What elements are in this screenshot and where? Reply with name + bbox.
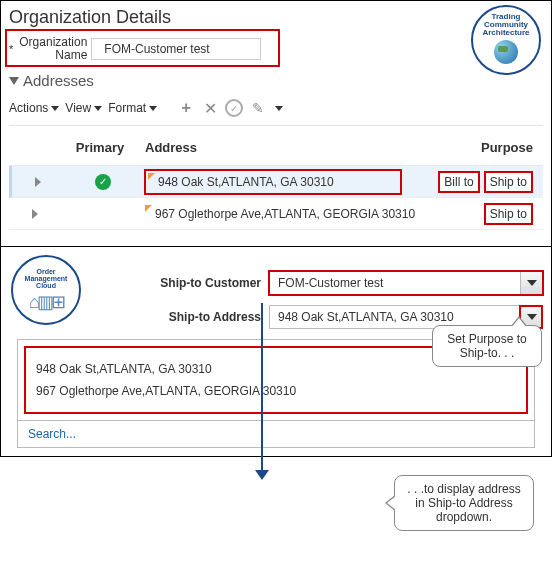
- table-row[interactable]: ✓ 948 Oak St,ATLANTA, GA 30310 Bill to S…: [9, 166, 543, 198]
- actions-menu[interactable]: Actions: [9, 101, 59, 115]
- trading-community-architecture-badge: Trading Community Architecture: [471, 5, 541, 75]
- page-title: Organization Details: [9, 7, 543, 28]
- table-row[interactable]: 967 Oglethorpe Ave,ATLANTA, GEORGIA 3031…: [9, 198, 543, 230]
- edit-icon[interactable]: [249, 99, 267, 117]
- addresses-toolbar: Actions View Format: [9, 95, 543, 126]
- shipto-customer-label: Ship-to Customer: [149, 276, 269, 290]
- add-icon[interactable]: [177, 99, 195, 117]
- organization-name-label: Organization Name: [19, 36, 87, 62]
- caret-down-icon[interactable]: [275, 106, 283, 111]
- edit-flag-icon: [148, 173, 155, 180]
- addresses-table: Primary Address Purpose ✓ 948 Oak St,ATL…: [9, 126, 543, 238]
- buildings-icon: ⌂▥⊞: [29, 291, 63, 313]
- edit-flag-icon: [145, 205, 152, 212]
- connector-line: [261, 303, 263, 457]
- dropdown-item[interactable]: 967 Oglethorpe Ave,ATLANTA, GEORGIA 3031…: [34, 380, 518, 402]
- dropdown-button[interactable]: [520, 272, 542, 294]
- primary-check-icon: ✓: [95, 174, 111, 190]
- column-primary: Primary: [55, 140, 145, 155]
- expand-section-icon[interactable]: [9, 77, 19, 85]
- expand-row-icon[interactable]: [15, 209, 55, 219]
- caret-down-icon: [527, 314, 537, 320]
- order-management-cloud-badge: Order Management Cloud ⌂▥⊞: [11, 255, 81, 325]
- shipto-customer-select[interactable]: FOM-Customer test: [269, 271, 543, 295]
- caret-down-icon: [51, 106, 59, 111]
- view-menu[interactable]: View: [65, 101, 102, 115]
- column-address: Address: [145, 140, 447, 155]
- shipto-address-label: Ship-to Address: [149, 310, 269, 324]
- globe-icon: [494, 40, 518, 64]
- addresses-heading: Addresses: [23, 72, 94, 89]
- organization-name-input[interactable]: FOM-Customer test: [91, 38, 261, 60]
- expand-row-icon[interactable]: [18, 177, 58, 187]
- caret-down-icon: [94, 106, 102, 111]
- address-text: 948 Oak St,ATLANTA, GA 30310: [158, 175, 334, 189]
- shipto-customer-value: FOM-Customer test: [270, 272, 520, 294]
- caret-down-icon: [527, 280, 537, 286]
- delete-icon[interactable]: [201, 99, 219, 117]
- purpose-tag: Ship to: [484, 203, 533, 225]
- column-purpose: Purpose: [447, 140, 537, 155]
- dropdown-search-link[interactable]: Search...: [18, 420, 534, 447]
- address-text: 967 Oglethorpe Ave,ATLANTA, GEORGIA 3031…: [155, 207, 415, 221]
- required-star-icon: *: [9, 43, 13, 55]
- caret-down-icon: [149, 106, 157, 111]
- organization-details-panel: Organization Details Trading Community A…: [1, 1, 551, 247]
- purpose-tag: Ship to: [484, 171, 533, 193]
- approve-icon[interactable]: [225, 99, 243, 117]
- callout-set-purpose: Set Purpose to Ship-to. . .: [432, 325, 542, 367]
- purpose-tag: Bill to: [438, 171, 479, 193]
- format-menu[interactable]: Format: [108, 101, 157, 115]
